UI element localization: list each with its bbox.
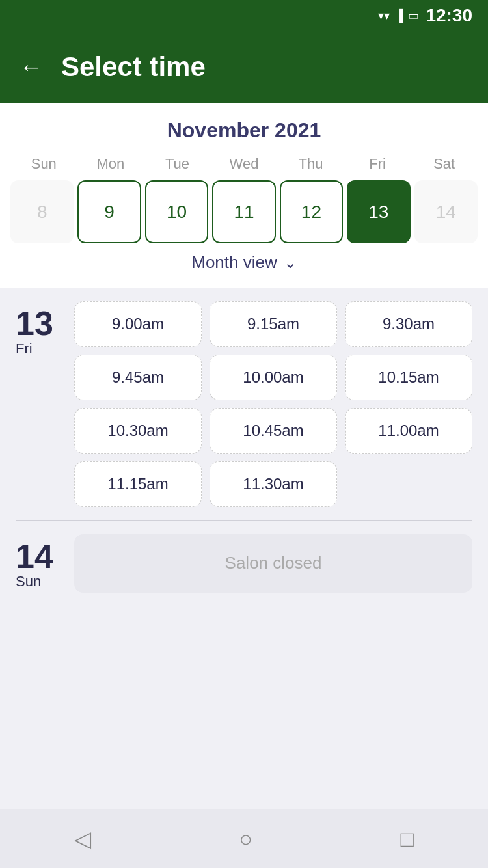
cal-day-12[interactable]: 12 — [280, 180, 343, 243]
day-13-label: 13 Fri — [16, 301, 61, 507]
day-header-tue: Tue — [144, 156, 211, 172]
time-slots-area: 13 Fri 9.00am 9.15am 9.30am 9.45am 10.00… — [0, 288, 488, 619]
cal-day-14[interactable]: 14 — [414, 180, 478, 243]
day-header-sun: Sun — [10, 156, 77, 172]
day-header-fri: Fri — [344, 156, 411, 172]
slot-1000am[interactable]: 10.00am — [210, 355, 337, 400]
month-view-label: Month view — [191, 252, 277, 273]
slot-900am[interactable]: 9.00am — [74, 301, 202, 347]
battery-icon: ▭ — [408, 8, 419, 23]
cal-day-9[interactable]: 9 — [77, 180, 141, 243]
app-header: ← Select time — [0, 31, 488, 103]
day-14-block: 14 Sun Salon closed — [16, 534, 472, 593]
status-bar: ▾▾ ▐ ▭ 12:30 — [0, 0, 488, 31]
day-13-name: Fri — [16, 340, 33, 357]
day-divider — [16, 520, 472, 521]
day-14-number: 14 — [16, 539, 53, 573]
day-14-name: Sun — [16, 573, 41, 590]
slot-930am[interactable]: 9.30am — [345, 301, 472, 347]
chevron-down-icon: ⌄ — [284, 254, 297, 272]
slot-1030am[interactable]: 10.30am — [74, 408, 202, 454]
signal-icon: ▐ — [395, 9, 403, 23]
month-year-label: November 2021 — [10, 118, 478, 142]
wifi-icon: ▾▾ — [378, 8, 390, 23]
day-header-mon: Mon — [77, 156, 144, 172]
cal-day-10[interactable]: 10 — [145, 180, 208, 243]
day-13-slots-grid: 9.00am 9.15am 9.30am 9.45am 10.00am 10.1… — [74, 301, 472, 507]
day-headers-row: Sun Mon Tue Wed Thu Fri Sat — [10, 156, 478, 172]
day-13-block: 13 Fri 9.00am 9.15am 9.30am 9.45am 10.00… — [16, 301, 472, 507]
nav-back-icon[interactable]: ◁ — [74, 826, 91, 852]
slot-1130am[interactable]: 11.30am — [210, 461, 337, 507]
slot-915am[interactable]: 9.15am — [210, 301, 337, 347]
day-14-label: 14 Sun — [16, 534, 61, 593]
slot-945am[interactable]: 9.45am — [74, 355, 202, 400]
cal-day-11[interactable]: 11 — [212, 180, 275, 243]
cal-day-8[interactable]: 8 — [10, 180, 74, 243]
status-time: 12:30 — [426, 5, 472, 26]
slot-1115am[interactable]: 11.15am — [74, 461, 202, 507]
bottom-navigation: ◁ ○ □ — [0, 809, 488, 868]
slot-1045am[interactable]: 10.45am — [210, 408, 337, 454]
back-button[interactable]: ← — [20, 55, 43, 79]
slot-1015am[interactable]: 10.15am — [345, 355, 472, 400]
month-view-toggle[interactable]: Month view ⌄ — [10, 243, 478, 278]
cal-day-13[interactable]: 13 — [347, 180, 410, 243]
salon-closed-label: Salon closed — [74, 534, 472, 593]
day-13-number: 13 — [16, 306, 53, 340]
day-header-thu: Thu — [277, 156, 344, 172]
nav-home-icon[interactable]: ○ — [239, 826, 252, 852]
slot-1100am[interactable]: 11.00am — [345, 408, 472, 454]
page-title: Select time — [61, 51, 206, 83]
day-header-sat: Sat — [411, 156, 478, 172]
calendar-section: November 2021 Sun Mon Tue Wed Thu Fri Sa… — [0, 103, 488, 288]
calendar-row: 8 9 10 11 12 13 14 — [10, 180, 478, 243]
day-header-wed: Wed — [211, 156, 278, 172]
nav-recent-icon[interactable]: □ — [401, 826, 414, 852]
status-icons: ▾▾ ▐ ▭ — [378, 8, 420, 23]
